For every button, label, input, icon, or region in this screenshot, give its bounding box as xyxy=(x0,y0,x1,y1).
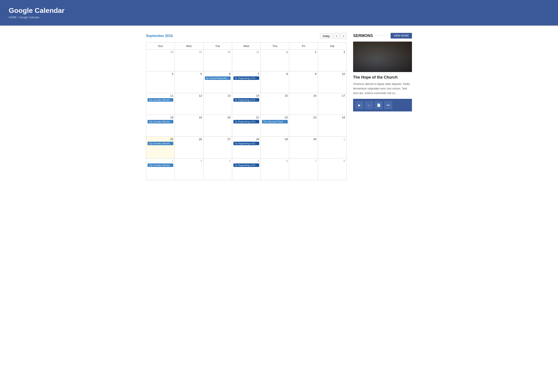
calendar-day-cell[interactable]: 2 xyxy=(289,50,318,71)
calendar-day-cell[interactable]: 1112p Sunday Worship o xyxy=(146,93,175,115)
day-number: 24 xyxy=(319,116,345,119)
calendar-day-cell[interactable]: 6 xyxy=(261,158,289,180)
dow-mon: Mon xyxy=(175,43,203,50)
calendar-day-cell[interactable]: 57p Organising a Charity xyxy=(232,158,261,180)
day-number: 6 xyxy=(205,72,231,75)
calendar-day-cell[interactable]: 1 xyxy=(261,50,289,71)
calendar-day-cell[interactable]: 22The General Theological Seminary xyxy=(261,115,289,137)
calendar-day-cell[interactable]: 30 xyxy=(289,137,318,158)
calendar-day-cell[interactable]: 66p Social Networking f xyxy=(203,71,232,93)
calendar-day-cell[interactable]: 3 xyxy=(318,50,346,71)
calendar-day-cell[interactable]: 15 xyxy=(261,93,289,115)
calendar-day-cell[interactable]: 24 xyxy=(318,115,346,137)
next-month-button[interactable]: › xyxy=(340,33,347,39)
calendar-event[interactable]: 7p Organising a Charity xyxy=(234,76,259,80)
today-button[interactable]: today xyxy=(320,33,333,39)
calendar-day-cell[interactable]: 20 xyxy=(203,115,232,137)
dow-sun: Sun xyxy=(146,43,175,50)
days-of-week-row: Sun Mon Tue Wed Thu Fri Sat xyxy=(146,43,347,50)
calendar-day-cell[interactable]: 77p Organising a Charity xyxy=(232,71,261,93)
calendar-day-cell[interactable]: 29 xyxy=(261,137,289,158)
day-number: 30 xyxy=(205,50,231,54)
calendar-header: September 2016 today ‹ › xyxy=(146,33,347,39)
calendar-day-cell[interactable]: 12 xyxy=(175,93,203,115)
calendar-body: 282930311234566p Social Networking f77p … xyxy=(146,50,347,180)
sermon-play-button[interactable]: ▶ xyxy=(355,101,364,109)
day-number: 1 xyxy=(319,138,345,141)
day-number: 15 xyxy=(262,94,288,97)
day-number: 28 xyxy=(234,138,259,141)
day-number: 1 xyxy=(262,50,288,54)
calendar-event[interactable]: 12p Sunday Worship o xyxy=(148,98,173,102)
calendar-day-cell[interactable]: 1 xyxy=(318,137,346,158)
sidebar-divider xyxy=(375,36,388,36)
calendar-day-cell[interactable]: 287p Organising a Charity xyxy=(232,137,261,158)
calendar-header-row: Sun Mon Tue Wed Thu Fri Sat xyxy=(146,43,347,50)
calendar-day-cell[interactable]: 8 xyxy=(261,71,289,93)
calendar-event[interactable]: The General Theological Seminary xyxy=(262,120,288,123)
calendar-day-cell[interactable]: 2512p Sunday Worship o xyxy=(146,137,175,158)
calendar-event[interactable]: 7p Organising a Charity xyxy=(234,163,259,167)
prev-month-button[interactable]: ‹ xyxy=(333,33,340,39)
calendar-event[interactable]: 7p Organising a Charity xyxy=(234,142,259,145)
calendar-day-cell[interactable]: 1812p Sunday Worship o xyxy=(146,115,175,137)
calendar-day-cell[interactable]: 8 xyxy=(318,158,346,180)
day-number: 5 xyxy=(176,72,202,75)
sermon-audio-button[interactable]: ♪ xyxy=(365,101,373,109)
calendar-day-cell[interactable]: 28 xyxy=(146,50,175,71)
sermon-document-button[interactable]: 📄 xyxy=(375,101,383,109)
day-number: 25 xyxy=(148,138,173,141)
calendar-day-cell[interactable]: 4 xyxy=(203,158,232,180)
day-number: 12 xyxy=(176,94,202,97)
calendar-day-cell[interactable]: 30 xyxy=(203,50,232,71)
calendar-event[interactable]: 12p Sunday Worship o xyxy=(148,120,173,123)
calendar-nav: today ‹ › xyxy=(320,33,347,39)
calendar-day-cell[interactable]: 17 xyxy=(318,93,346,115)
calendar-week-row: 212p Sunday Worship o3457p Organising a … xyxy=(146,158,347,180)
calendar-day-cell[interactable]: 3 xyxy=(175,158,203,180)
calendar-day-cell[interactable]: 147p Organising a Charity xyxy=(232,93,261,115)
calendar-day-cell[interactable]: 7 xyxy=(289,158,318,180)
calendar-event[interactable]: 12p Sunday Worship o xyxy=(148,142,173,145)
calendar-day-cell[interactable]: 217p Organising a Charity xyxy=(232,115,261,137)
day-number: 27 xyxy=(205,138,231,141)
calendar-day-cell[interactable]: 5 xyxy=(175,71,203,93)
calendar-event[interactable]: 7p Organising a Charity xyxy=(234,98,259,102)
calendar-grid: Sun Mon Tue Wed Thu Fri Sat 282930311234… xyxy=(146,42,347,180)
calendar-day-cell[interactable]: 10 xyxy=(318,71,346,93)
calendar-day-cell[interactable]: 9 xyxy=(289,71,318,93)
calendar-day-cell[interactable]: 27 xyxy=(203,137,232,158)
dow-tue: Tue xyxy=(203,43,232,50)
calendar-day-cell[interactable]: 19 xyxy=(175,115,203,137)
day-number: 29 xyxy=(262,138,288,141)
calendar-day-cell[interactable]: 4 xyxy=(146,71,175,93)
day-number: 20 xyxy=(205,116,231,119)
calendar-event[interactable]: 7p Organising a Charity xyxy=(234,120,259,123)
sermon-title: The Hope of the Church xyxy=(353,75,412,80)
calendar-day-cell[interactable]: 16 xyxy=(289,93,318,115)
dow-fri: Fri xyxy=(289,43,318,50)
day-number: 2 xyxy=(148,159,173,163)
day-number: 21 xyxy=(234,116,259,119)
day-number: 18 xyxy=(148,116,173,119)
calendar-week-row: 28293031123 xyxy=(146,50,347,71)
calendar-event[interactable]: 12p Sunday Worship o xyxy=(148,163,173,167)
day-number: 8 xyxy=(319,159,345,163)
calendar-day-cell[interactable]: 23 xyxy=(289,115,318,137)
day-number: 19 xyxy=(176,116,202,119)
calendar-week-row: 1112p Sunday Worship o1213147p Organisin… xyxy=(146,93,347,115)
calendar-day-cell[interactable]: 212p Sunday Worship o xyxy=(146,158,175,180)
sermon-more-button[interactable]: ••• xyxy=(384,101,392,109)
calendar-event[interactable]: 6p Social Networking f xyxy=(205,76,231,80)
view-more-button[interactable]: VIEW MORE xyxy=(391,33,412,39)
day-number: 4 xyxy=(148,72,173,75)
calendar-day-cell[interactable]: 29 xyxy=(175,50,203,71)
dow-wed: Wed xyxy=(232,43,261,50)
dow-thu: Thu xyxy=(261,43,289,50)
day-number: 22 xyxy=(262,116,288,119)
calendar-day-cell[interactable]: 13 xyxy=(203,93,232,115)
day-number: 30 xyxy=(291,138,316,141)
calendar-day-cell[interactable]: 31 xyxy=(232,50,261,71)
calendar-day-cell[interactable]: 26 xyxy=(175,137,203,158)
day-number: 23 xyxy=(291,116,316,119)
